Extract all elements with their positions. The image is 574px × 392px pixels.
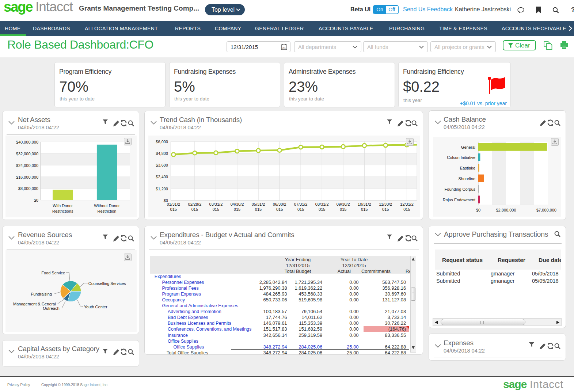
svg-text:21: 21	[282, 46, 286, 50]
svg-text:015: 015	[234, 207, 240, 212]
svg-text:015: 015	[213, 207, 219, 212]
svg-text:Outreach: Outreach	[43, 306, 59, 311]
svg-text:Restrictions: Restrictions	[52, 209, 73, 213]
svg-text:$32,000,000: $32,000,000	[16, 152, 38, 156]
svg-text:015: 015	[382, 207, 389, 212]
svg-text:$4,800: $4,800	[156, 151, 168, 156]
svg-text:06/30/2: 06/30/2	[273, 202, 286, 206]
svg-text:$6,000: $6,000	[156, 140, 168, 144]
svg-text:015: 015	[297, 207, 304, 212]
svg-text:Colson Initiative: Colson Initiative	[447, 155, 475, 160]
svg-text:015: 015	[319, 207, 325, 212]
svg-text:015: 015	[403, 207, 410, 212]
svg-text:$16,000,000: $16,000,000	[16, 175, 38, 179]
svg-text:$2,400: $2,400	[156, 175, 168, 179]
svg-text:General: General	[461, 145, 475, 149]
svg-text:015: 015	[361, 207, 368, 212]
svg-text:Eastlake: Eastlake	[460, 166, 475, 170]
svg-text:$7,000,000: $7,000,000	[536, 208, 556, 212]
svg-text:Shoreline: Shoreline	[459, 176, 475, 181]
svg-text:07/31/2: 07/31/2	[294, 202, 308, 206]
svg-text:12/31/2: 12/31/2	[400, 202, 414, 206]
svg-text:Restriction: Restriction	[98, 209, 117, 213]
svg-text:$24,000,000: $24,000,000	[16, 163, 38, 168]
svg-text:$0: $0	[476, 208, 480, 212]
svg-text:11/30/2: 11/30/2	[379, 202, 392, 206]
svg-text:04/30/2: 04/30/2	[231, 202, 244, 206]
svg-text:$2,800,000: $2,800,000	[496, 208, 516, 212]
svg-text:Without Donor: Without Donor	[94, 203, 120, 208]
svg-text:$8,000,000: $8,000,000	[18, 186, 38, 191]
svg-text:015: 015	[191, 207, 198, 212]
svg-text:$3,600: $3,600	[156, 163, 168, 167]
svg-text:015: 015	[170, 207, 177, 212]
svg-text:$40,000,000: $40,000,000	[16, 140, 38, 144]
svg-text:09/30/2: 09/30/2	[337, 202, 350, 206]
svg-text:$0: $0	[34, 198, 38, 202]
svg-text:Food Service: Food Service	[41, 271, 65, 275]
svg-text:02/28/2: 02/28/2	[188, 202, 202, 206]
svg-text:Counselling Services: Counselling Services	[88, 281, 126, 286]
svg-text:10/31/2: 10/31/2	[358, 202, 371, 206]
svg-text:Management & General: Management & General	[13, 302, 56, 306]
svg-text:Youth Center: Youth Center	[84, 305, 107, 309]
svg-text:Rojas Endowment: Rojas Endowment	[443, 198, 475, 202]
svg-text:03/31/2: 03/31/2	[209, 202, 223, 206]
svg-text:$1,200: $1,200	[156, 187, 168, 191]
svg-text:015: 015	[276, 207, 283, 212]
svg-text:015: 015	[340, 207, 346, 212]
svg-text:01/31/2: 01/31/2	[167, 202, 180, 206]
svg-text:Founding Corpus: Founding Corpus	[445, 187, 476, 191]
svg-text:05/31/2: 05/31/2	[252, 202, 265, 206]
svg-text:015: 015	[255, 207, 262, 212]
svg-text:08/31/2: 08/31/2	[315, 202, 329, 206]
svg-text:With Donor: With Donor	[53, 203, 73, 208]
svg-text:Fundraising: Fundraising	[31, 292, 52, 296]
